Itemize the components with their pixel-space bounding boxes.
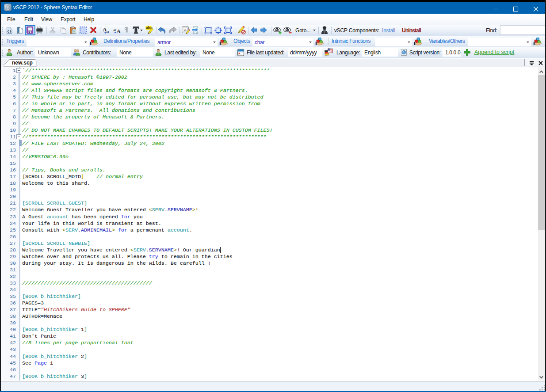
svg-text:A: A	[117, 28, 121, 34]
svg-text:a: a	[107, 29, 109, 34]
svg-text:V: V	[6, 5, 10, 10]
svg-text:a: a	[114, 27, 116, 32]
svg-text:?: ?	[324, 30, 325, 34]
svg-text:A: A	[184, 28, 187, 32]
